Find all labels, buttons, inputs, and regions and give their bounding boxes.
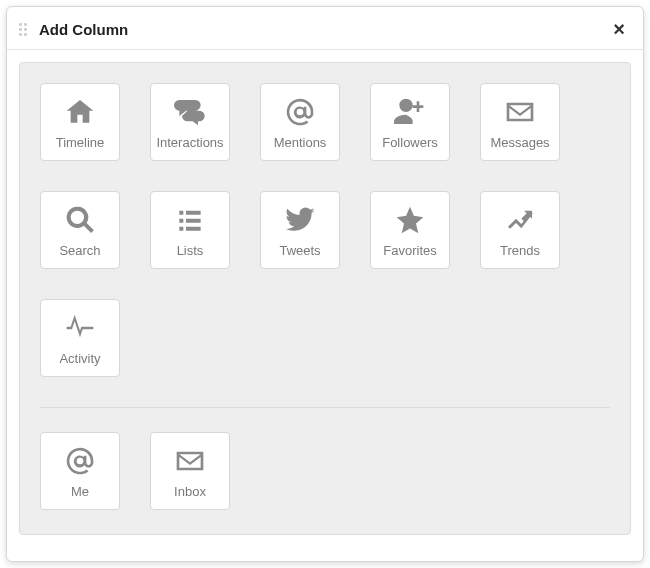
- tile-label: Trends: [500, 244, 540, 257]
- tile-messages[interactable]: Messages: [480, 83, 560, 161]
- envelope-icon: [503, 96, 537, 128]
- home-icon: [63, 96, 97, 128]
- star-icon: [393, 204, 427, 236]
- tile-label: Mentions: [274, 136, 327, 149]
- tile-label: Messages: [490, 136, 549, 149]
- search-icon: [63, 204, 97, 236]
- user-plus-icon: [393, 96, 427, 128]
- tile-mentions[interactable]: Mentions: [260, 83, 340, 161]
- chat-icon: [173, 96, 207, 128]
- modal-header: Add Column ×: [7, 7, 643, 50]
- tile-timeline[interactable]: Timeline: [40, 83, 120, 161]
- tile-label: Inbox: [174, 485, 206, 498]
- list-icon: [173, 204, 207, 236]
- tile-activity[interactable]: Activity: [40, 299, 120, 377]
- modal-title: Add Column: [39, 21, 609, 38]
- tile-label: Timeline: [56, 136, 105, 149]
- tile-interactions[interactable]: Interactions: [150, 83, 230, 161]
- tile-label: Tweets: [279, 244, 320, 257]
- column-type-panel: Timeline Interactions Mentions: [19, 62, 631, 535]
- close-button[interactable]: ×: [609, 17, 629, 41]
- tile-inbox[interactable]: Inbox: [150, 432, 230, 510]
- tile-label: Lists: [177, 244, 204, 257]
- tile-me[interactable]: Me: [40, 432, 120, 510]
- tile-label: Search: [59, 244, 100, 257]
- tile-label: Favorites: [383, 244, 436, 257]
- activity-icon: [63, 312, 97, 344]
- tile-favorites[interactable]: Favorites: [370, 191, 450, 269]
- drag-grip-icon[interactable]: [19, 21, 31, 37]
- tile-label: Activity: [59, 352, 100, 365]
- tile-group-personal: Me Inbox: [40, 407, 610, 510]
- tile-tweets[interactable]: Tweets: [260, 191, 340, 269]
- at-icon: [63, 445, 97, 477]
- add-column-modal: Add Column × Timeline Interactions: [6, 6, 644, 562]
- tile-followers[interactable]: Followers: [370, 83, 450, 161]
- tile-trends[interactable]: Trends: [480, 191, 560, 269]
- at-icon: [283, 96, 317, 128]
- modal-body: Timeline Interactions Mentions: [7, 50, 643, 561]
- trend-icon: [503, 204, 537, 236]
- tile-label: Followers: [382, 136, 438, 149]
- tile-group-main: Timeline Interactions Mentions: [40, 83, 610, 377]
- tile-label: Interactions: [156, 136, 223, 149]
- envelope-icon: [173, 445, 207, 477]
- tile-label: Me: [71, 485, 89, 498]
- bird-icon: [283, 204, 317, 236]
- tile-search[interactable]: Search: [40, 191, 120, 269]
- tile-lists[interactable]: Lists: [150, 191, 230, 269]
